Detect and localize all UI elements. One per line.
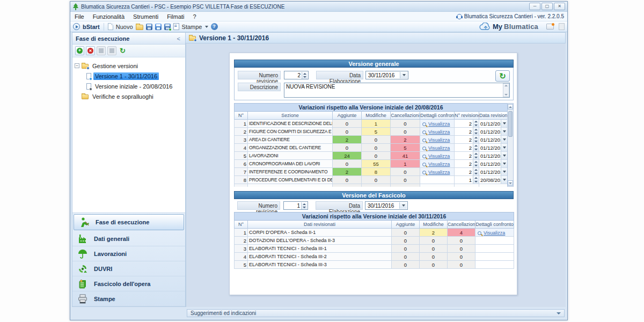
n-revisione-cell[interactable]: 2: [455, 128, 479, 136]
n-revisione-cell[interactable]: 2: [455, 136, 479, 144]
refresh-version-button[interactable]: ↻: [495, 70, 510, 82]
revision-stepper[interactable]: [473, 120, 479, 127]
visualizza-link[interactable]: Visualizza: [428, 129, 450, 135]
scroll-thumb[interactable]: [508, 111, 513, 137]
col2-modifiche[interactable]: Modifiche: [420, 221, 448, 229]
nav-dati-generali[interactable]: Dati generali: [72, 231, 185, 246]
data-elaborazione-combo[interactable]: 30/11/2016: [365, 71, 408, 79]
date-dropdown-icon[interactable]: [400, 72, 407, 78]
date-dropdown-icon[interactable]: [501, 168, 507, 175]
data-revisione-cell[interactable]: 01/12/2016: [479, 120, 508, 128]
help-icon[interactable]: ?: [211, 23, 218, 30]
revision-stepper[interactable]: [473, 168, 479, 175]
col2-dati[interactable]: Dati revisionati: [248, 221, 392, 229]
n-revisione-cell[interactable]: 1: [455, 176, 479, 184]
save-all-icon[interactable]: [155, 24, 162, 30]
col-n[interactable]: N°: [235, 112, 248, 120]
col-n-revisione[interactable]: N° revisione: [455, 112, 479, 120]
col-sezione[interactable]: Sezione: [248, 112, 333, 120]
visualizza-link[interactable]: Visualizza: [428, 162, 450, 167]
numero-revisione-input[interactable]: 2: [284, 71, 309, 79]
date-dropdown-icon[interactable]: [501, 128, 507, 135]
descrizione-scrollbar[interactable]: [503, 83, 509, 97]
export-document-icon[interactable]: [173, 23, 179, 30]
bstart-button[interactable]: bStart: [83, 24, 100, 30]
col-cancellazioni[interactable]: Cancellazioni: [391, 112, 420, 120]
col2-n[interactable]: N°: [235, 221, 248, 229]
status-bar[interactable]: Suggerimenti ed indicazioni: [187, 309, 565, 317]
data-revisione-cell[interactable]: 01/12/2016: [479, 152, 508, 160]
col2-aggiunte[interactable]: Aggiunte: [392, 221, 420, 229]
menu-file[interactable]: File: [70, 13, 89, 20]
nav-stampe[interactable]: Stampe: [72, 291, 185, 306]
revision-stepper[interactable]: [473, 136, 479, 143]
col-modifiche[interactable]: Modifiche: [362, 112, 391, 120]
data-revisione-cell[interactable]: 01/12/2016: [479, 160, 508, 168]
data-revisione-cell[interactable]: 01/12/2016: [479, 128, 508, 136]
col2-cancellazioni[interactable]: Cancellazioni: [448, 221, 475, 229]
col-dettagli[interactable]: Dettagli confronto: [420, 112, 455, 120]
descrizione-textarea[interactable]: NUOVA REVISIONE: [284, 83, 510, 98]
n-revisione-cell[interactable]: 2: [455, 152, 479, 160]
sidebar-collapse-button[interactable]: <: [175, 35, 182, 42]
table1-scrollbar[interactable]: [507, 103, 514, 187]
menu-help[interactable]: ?: [189, 13, 201, 20]
save-icon[interactable]: [146, 24, 152, 30]
scroll-up-icon[interactable]: [508, 104, 513, 109]
visualizza-link[interactable]: Visualizza: [484, 230, 505, 236]
menu-strumenti[interactable]: Strumenti: [129, 13, 163, 20]
revision-stepper[interactable]: [473, 160, 479, 167]
date-dropdown-icon[interactable]: [501, 144, 507, 151]
nav-fase-di-esecuzione[interactable]: Fase di esecuzione: [74, 214, 184, 230]
revision-stepper[interactable]: [473, 176, 479, 184]
data-revisione-cell[interactable]: 01/12/2016: [479, 144, 508, 152]
date-dropdown-icon[interactable]: [501, 136, 507, 143]
splitter-handle[interactable]: [234, 187, 507, 190]
data-revisione-cell[interactable]: 20/08/2016: [479, 176, 508, 184]
nav-fascicolo[interactable]: Fascicolo dell'opera: [72, 276, 185, 291]
bstart-icon[interactable]: [73, 23, 80, 30]
nav-duvri[interactable]: DUVRI: [72, 261, 185, 276]
refresh-tree-button[interactable]: ↻: [118, 46, 127, 55]
chevron-down-icon[interactable]: [557, 312, 561, 314]
col-aggiunte[interactable]: Aggiunte: [333, 112, 362, 120]
n-revisione-cell[interactable]: 2: [455, 168, 479, 176]
fascicolo-date-dropdown-icon[interactable]: [399, 202, 407, 209]
menu-filmati[interactable]: Filmati: [163, 13, 188, 20]
minimize-button[interactable]: ─: [529, 3, 540, 10]
visualizza-link[interactable]: Visualizza: [428, 153, 450, 159]
title-bar[interactable]: Blumatica Sicurezza Cantieri - PSC - Ese…: [70, 2, 567, 12]
col2-dettagli[interactable]: Dettagli confronto: [475, 221, 514, 229]
fascicolo-revisione-stepper[interactable]: [301, 202, 307, 209]
nuovo-button[interactable]: Nuovo: [116, 24, 133, 30]
tree-item-gestione-versioni[interactable]: − Gestione versioni: [75, 61, 183, 71]
n-revisione-cell[interactable]: 2: [455, 144, 479, 152]
open-folder-icon[interactable]: [136, 25, 143, 30]
date-dropdown-icon[interactable]: [501, 120, 507, 127]
myblumatica-logo[interactable]: MyBlumatica: [479, 23, 540, 31]
date-dropdown-icon[interactable]: [501, 152, 507, 159]
nav-lavorazioni[interactable]: Lavorazioni: [72, 246, 185, 261]
numero-revisione-stepper[interactable]: [302, 72, 308, 79]
add-version-button[interactable]: +: [75, 46, 84, 55]
maximize-button[interactable]: ▢: [541, 3, 553, 10]
stampe-dropdown-icon[interactable]: [205, 26, 208, 28]
tree-item-verifiche[interactable]: Verifiche e sopralluoghi: [75, 91, 183, 101]
visualizza-link[interactable]: Visualizza: [428, 137, 450, 143]
n-revisione-cell[interactable]: 2: [455, 120, 479, 128]
visualizza-link[interactable]: Visualizza: [428, 145, 450, 151]
delete-version-button[interactable]: ✕: [86, 46, 95, 55]
data-revisione-cell[interactable]: 01/12/2016: [479, 168, 508, 176]
date-dropdown-icon[interactable]: [501, 176, 507, 184]
visualizza-link[interactable]: Visualizza: [428, 121, 450, 127]
scroll-down-icon[interactable]: [508, 180, 513, 186]
fascicolo-numero-revisione-input[interactable]: 1: [283, 201, 308, 210]
close-button[interactable]: ✕: [554, 3, 565, 10]
save-as-icon[interactable]: [164, 24, 171, 30]
data-revisione-cell[interactable]: 01/12/2016: [479, 136, 508, 144]
contact-card-icon[interactable]: [546, 24, 554, 30]
revision-stepper[interactable]: [473, 152, 479, 159]
tree-item-versione-iniziale[interactable]: Versione iniziale - 20/08/2016: [75, 81, 183, 91]
menu-funzionalita[interactable]: Funzionalità: [89, 13, 129, 20]
new-document-icon[interactable]: [108, 23, 113, 30]
